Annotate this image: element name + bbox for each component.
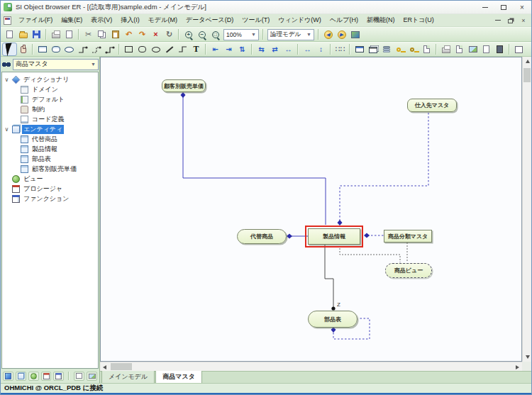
text-tool[interactable]: T: [189, 43, 203, 55]
navigate-back-button[interactable]: ◀: [321, 28, 335, 40]
foreign-key-display-button[interactable]: [406, 43, 420, 55]
view-entity-tool[interactable]: [62, 43, 76, 55]
menu-insert[interactable]: 挿入(I): [116, 14, 144, 26]
scroll-left-button[interactable]: [100, 362, 109, 372]
tree-item-domain[interactable]: ドメイン: [4, 84, 98, 94]
entity-view-button[interactable]: [16, 372, 26, 381]
tree-item-code-definition[interactable]: コード定義: [4, 114, 98, 124]
report-button[interactable]: [480, 43, 493, 55]
entity-tool[interactable]: [35, 43, 49, 55]
horizontal-scrollbar[interactable]: [100, 362, 522, 371]
export-button[interactable]: [453, 43, 466, 55]
rounded-entity-tool[interactable]: [49, 43, 62, 55]
expand-chevron-icon[interactable]: ∨: [4, 77, 10, 83]
tab-main-model[interactable]: メインモデル: [101, 370, 155, 383]
scroll-right-button[interactable]: [513, 362, 522, 372]
minimize-button[interactable]: [476, 1, 494, 13]
menu-file[interactable]: ファイル(F): [14, 14, 57, 26]
mdi-close-button[interactable]: ×: [517, 16, 530, 26]
distribute-horizontal-button[interactable]: ⇆: [255, 43, 268, 55]
tree-item-constraint[interactable]: 制約: [4, 104, 98, 114]
document-generate-button[interactable]: [493, 43, 506, 55]
delete-button[interactable]: ×: [149, 28, 162, 40]
document-icon[interactable]: [4, 16, 11, 25]
mdi-restore-button[interactable]: [504, 16, 517, 26]
page-fold-button[interactable]: [420, 43, 433, 55]
scroll-down-button[interactable]: [523, 352, 532, 362]
menu-database[interactable]: データベース(D): [182, 14, 238, 26]
menu-tools[interactable]: ツール(T): [238, 14, 274, 26]
vertical-scroll-thumb[interactable]: [523, 68, 531, 82]
vertical-scrollbar[interactable]: [522, 57, 531, 362]
close-button[interactable]: ×: [513, 1, 531, 13]
many-to-many-relation-tool[interactable]: [103, 43, 116, 55]
entity-daitai-shohin[interactable]: 代替商品: [237, 229, 287, 244]
zoom-out-button[interactable]: −: [195, 28, 209, 40]
polyline-shape-tool[interactable]: [176, 43, 189, 55]
distribute-vertical-button[interactable]: ⇄: [268, 43, 282, 55]
model-type-select[interactable]: 論理モデル ▼: [267, 29, 314, 40]
menu-edit[interactable]: 編集(E): [57, 14, 87, 26]
print-button[interactable]: [49, 28, 62, 40]
tree-item-dictionary[interactable]: ∨ ディクショナリ: [4, 74, 98, 84]
keys-display-button[interactable]: [393, 43, 406, 55]
save-button[interactable]: [30, 28, 43, 40]
diagram-list-button[interactable]: [87, 372, 97, 381]
identifying-relation-tool[interactable]: [76, 43, 89, 55]
menu-model[interactable]: モデル(M): [144, 14, 182, 26]
ellipse-shape-tool[interactable]: [149, 43, 162, 55]
diagram-print-button[interactable]: [439, 43, 453, 55]
mdi-minimize-button[interactable]: [492, 16, 504, 26]
menu-window[interactable]: ウィンドウ(W): [274, 14, 326, 26]
entity-seihin-joho-selected[interactable]: 製品情報: [308, 228, 360, 245]
new-diagram-button[interactable]: [512, 43, 526, 55]
print-preview-button[interactable]: [62, 28, 76, 40]
tree-item-view[interactable]: ビュー: [4, 174, 98, 184]
send-to-back-button[interactable]: [366, 43, 379, 55]
grid-toggle-button[interactable]: ∷∷: [333, 43, 347, 55]
tree-item-procedure[interactable]: プロシージャ: [4, 184, 98, 194]
cut-button[interactable]: ✂: [82, 28, 95, 40]
refresh-button[interactable]: ↻: [162, 28, 176, 40]
rectangle-shape-tool[interactable]: [122, 43, 135, 55]
image-export-button[interactable]: [466, 43, 480, 55]
rounded-rectangle-shape-tool[interactable]: [135, 43, 149, 55]
tree-item-seihin-joho[interactable]: 製品情報: [4, 144, 98, 154]
bring-to-front-button[interactable]: [353, 43, 366, 55]
tree-item-default[interactable]: デフォルト: [4, 94, 98, 104]
tree-item-daitai-shohin[interactable]: 代替商品: [4, 134, 98, 144]
zoom-in-button[interactable]: +: [182, 28, 195, 40]
scroll-up-button[interactable]: [523, 57, 532, 66]
menu-er-navi[interactable]: ERトコ(U): [399, 14, 438, 26]
entity-shohin-bunrui-master[interactable]: 商品分類マスタ: [384, 230, 432, 243]
zoom-fit-button[interactable]: □: [209, 28, 222, 40]
paste-button[interactable]: [109, 28, 122, 40]
menu-new-features[interactable]: 新機能(N): [362, 14, 399, 26]
distribute-both-button[interactable]: ↔: [282, 43, 295, 55]
maximize-button[interactable]: [494, 1, 513, 13]
align-left-button[interactable]: ⇤: [209, 43, 222, 55]
open-file-button[interactable]: [16, 28, 30, 40]
tree-search-select[interactable]: 商品マスタ ▼: [13, 59, 99, 70]
tree-item-buhinhyo[interactable]: 部品表: [4, 154, 98, 164]
procedure-view-button[interactable]: [41, 372, 52, 381]
select-tool[interactable]: [3, 43, 16, 55]
entity-kokyakubetsu-hanbai-tanka[interactable]: 顧客別販売単価: [162, 79, 206, 92]
expand-chevron-icon[interactable]: ∨: [4, 126, 10, 133]
database-objects-button[interactable]: [379, 43, 393, 55]
non-identifying-relation-tool[interactable]: [89, 43, 103, 55]
er-diagram-canvas[interactable]: Z 顧客別販売単価 仕入先マスタ: [100, 57, 522, 362]
tab-shohin-master[interactable]: 商品マスタ: [155, 370, 202, 383]
copy-button[interactable]: [95, 28, 109, 40]
view-shohin-view[interactable]: 商品ビュー: [385, 263, 432, 278]
tree-item-entity[interactable]: ∨ エンティティ: [4, 124, 98, 134]
tree-item-kokyakubetsu-hanbai-tanka[interactable]: 顧客別販売単価: [4, 164, 98, 174]
align-center-button[interactable]: ⇅: [235, 43, 249, 55]
entity-shiiresaki-master[interactable]: 仕入先マスタ: [407, 99, 457, 112]
function-view-button[interactable]: [53, 372, 64, 381]
new-file-button[interactable]: [3, 28, 16, 40]
dictionary-view-button[interactable]: [3, 372, 13, 381]
view-view-button[interactable]: [28, 372, 39, 381]
redo-button[interactable]: ↷: [135, 28, 149, 40]
same-height-button[interactable]: ↕: [314, 43, 328, 55]
